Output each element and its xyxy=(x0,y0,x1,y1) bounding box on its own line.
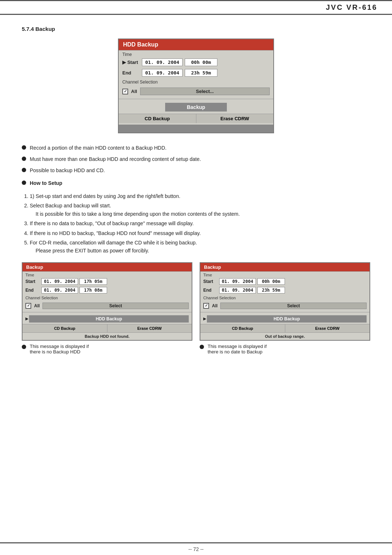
left-arrow-icon: ▶ xyxy=(25,316,28,321)
left-caption-bullet xyxy=(22,345,26,349)
left-select-button[interactable]: Select xyxy=(42,303,189,309)
left-end-time[interactable]: 17h 08m xyxy=(79,287,107,293)
step-2-sub: It is possible for this to take a long t… xyxy=(36,210,370,218)
step-1: 1) Set-up start and end dates by using J… xyxy=(30,192,370,200)
channel-row: ✓ All Select... xyxy=(122,88,270,95)
left-backup-panel: Backup Time Start 01. 09. 2004 17h 05m E… xyxy=(22,262,192,341)
right-end-label: End xyxy=(203,288,218,293)
bullet-item-2: Must have more than one Backup HDD and r… xyxy=(22,155,370,163)
page-container: JVC VR-616 5.7.4 Backup HDD Backup Time … xyxy=(0,0,392,555)
right-divider xyxy=(200,312,369,312)
channel-section-label: Channel Selection xyxy=(122,80,270,86)
right-end-date[interactable]: 01. 09. 2004 xyxy=(219,287,256,293)
end-time-value[interactable]: 23h 59m xyxy=(185,69,217,77)
erase-cdrw-button[interactable]: Erase CDRW xyxy=(196,114,274,123)
all-label: All xyxy=(131,89,137,94)
left-start-label: Start xyxy=(25,279,40,284)
left-divider xyxy=(23,312,192,312)
left-caption-text: This message is displayed ifthere is no … xyxy=(30,344,89,355)
start-date-value[interactable]: 01. 09. 2004 xyxy=(142,58,183,66)
left-cd-backup-button[interactable]: CD Backup xyxy=(23,324,107,332)
divider-1 xyxy=(119,99,273,99)
left-channel-section: Channel Selection ✓ All Select xyxy=(23,295,192,311)
right-all-label: All xyxy=(212,303,217,308)
right-erase-cdrw-button[interactable]: Erase CDRW xyxy=(285,324,370,332)
step-5-sub: Please press the EXIT button as power of… xyxy=(36,247,370,255)
section-heading: 5.7.4 Backup xyxy=(22,26,370,32)
end-time-row: End 01. 09. 2004 23h 59m xyxy=(119,68,273,78)
right-hdd-row: ▶ HDD Backup xyxy=(200,314,369,324)
start-label: ▶ EndStart xyxy=(122,60,140,65)
numbered-steps: 1) Set-up start and end dates by using J… xyxy=(30,192,370,255)
right-panel-wrap: Backup Time Start 01. 09. 2004 00h 00m E… xyxy=(200,262,370,355)
page-number: -- 72 -- xyxy=(188,546,204,552)
content-area: 5.7.4 Backup HDD Backup Time ▶ EndStart … xyxy=(0,15,392,365)
right-start-label: Start xyxy=(203,279,218,284)
bottom-buttons: CD Backup Erase CDRW xyxy=(119,114,273,123)
select-button[interactable]: Select... xyxy=(140,88,270,95)
left-erase-cdrw-button[interactable]: Erase CDRW xyxy=(107,324,192,332)
left-hdd-backup-button[interactable]: HDD Backup xyxy=(29,315,189,323)
left-time-label: Time xyxy=(23,271,192,277)
bullet-list: Record a portion of the main HDD content… xyxy=(22,144,370,174)
right-start-time[interactable]: 00h 00m xyxy=(257,278,285,285)
page-footer: -- 72 -- xyxy=(0,542,392,555)
main-hdd-backup-panel: HDD Backup Time ▶ EndStart 01. 09. 2004 … xyxy=(118,39,274,133)
bullet-item-1: Record a portion of the main HDD content… xyxy=(22,144,370,152)
right-hdd-backup-button[interactable]: HDD Backup xyxy=(207,315,367,323)
cd-backup-button[interactable]: CD Backup xyxy=(119,114,196,123)
backup-main-button[interactable]: Backup xyxy=(165,103,227,112)
right-caption-text: This message is displayed ifthere is no … xyxy=(208,344,267,355)
bullet-text-2: Must have more than one Backup HDD and r… xyxy=(30,155,201,163)
right-status-message: Out of backup range. xyxy=(200,332,369,340)
bullet-icon-3 xyxy=(22,168,26,172)
left-start-time[interactable]: 17h 05m xyxy=(79,278,107,285)
end-label: End xyxy=(122,70,140,76)
left-caption: This message is displayed ifthere is no … xyxy=(22,344,192,355)
left-hdd-row: ▶ HDD Backup xyxy=(23,314,192,324)
time-section-label: Time xyxy=(119,50,273,57)
channel-section: Channel Selection ✓ All Select... xyxy=(119,78,273,97)
left-all-label: All xyxy=(34,303,40,308)
bottom-panels-container: Backup Time Start 01. 09. 2004 17h 05m E… xyxy=(22,262,370,355)
bullet-icon-setup xyxy=(22,181,26,185)
how-to-setup-header: How to Setup xyxy=(22,179,370,187)
left-panel-wrap: Backup Time Start 01. 09. 2004 17h 05m E… xyxy=(22,262,192,355)
left-all-checkbox[interactable]: ✓ xyxy=(25,303,31,309)
left-end-date[interactable]: 01. 09. 2004 xyxy=(41,287,78,293)
end-date-value[interactable]: 01. 09. 2004 xyxy=(142,69,183,77)
right-channel-section: Channel Selection ✓ All Select xyxy=(200,295,369,311)
bullet-item-3: Possible to backup HDD and CD. xyxy=(22,167,370,174)
right-channel-label: Channel Selection xyxy=(203,296,367,301)
right-all-checkbox[interactable]: ✓ xyxy=(203,303,209,309)
left-start-date[interactable]: 01. 09. 2004 xyxy=(41,278,78,285)
right-start-row: Start 01. 09. 2004 00h 00m xyxy=(200,277,369,286)
right-caption: This message is displayed ifthere is no … xyxy=(200,344,370,355)
left-panel-title: Backup xyxy=(23,263,192,271)
right-cd-backup-button[interactable]: CD Backup xyxy=(200,324,285,332)
all-checkbox[interactable]: ✓ xyxy=(122,89,128,94)
bullet-icon-2 xyxy=(22,157,26,161)
left-status-message: Backup HDD not found. xyxy=(23,332,192,340)
bullet-icon-1 xyxy=(22,145,26,150)
step-4: If there is no HDD to backup, "Backup HD… xyxy=(30,229,370,237)
bullet-text-3: Possible to backup HDD and CD. xyxy=(30,167,105,174)
page-title: JVC VR-616 xyxy=(326,3,377,12)
left-channel-row: ✓ All Select xyxy=(25,303,189,309)
start-time-row: ▶ EndStart 01. 09. 2004 00h 00m xyxy=(119,57,273,68)
status-bar xyxy=(119,125,273,133)
how-to-setup-title: How to Setup xyxy=(30,179,62,187)
right-start-date[interactable]: 01. 09. 2004 xyxy=(219,278,256,285)
right-caption-bullet xyxy=(200,345,204,349)
left-channel-label: Channel Selection xyxy=(25,296,189,301)
right-end-time[interactable]: 23h 59m xyxy=(257,287,285,293)
left-bottom-btns: CD Backup Erase CDRW xyxy=(23,324,192,332)
right-backup-panel: Backup Time Start 01. 09. 2004 00h 00m E… xyxy=(200,262,370,341)
step-3: If there is no data to backup, "Out of b… xyxy=(30,219,370,227)
start-time-value[interactable]: 00h 00m xyxy=(185,58,217,66)
right-channel-row: ✓ All Select xyxy=(203,303,367,309)
main-panel-title: HDD Backup xyxy=(119,39,273,50)
left-end-label: End xyxy=(25,288,40,293)
right-select-button[interactable]: Select xyxy=(220,303,367,309)
step-2: Select Backup and backup will start. It … xyxy=(30,202,370,218)
